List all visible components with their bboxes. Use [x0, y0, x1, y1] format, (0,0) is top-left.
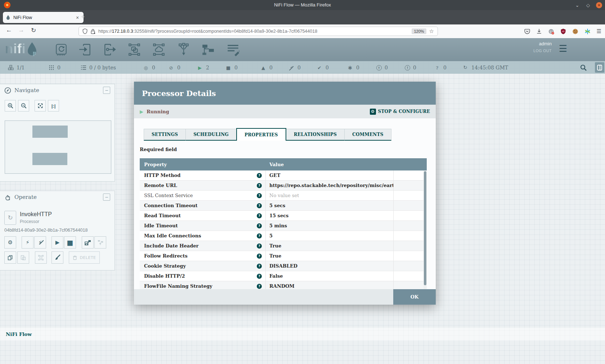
column-header-value: Value: [266, 162, 394, 167]
logout-link[interactable]: LOG OUT: [508, 49, 552, 53]
back-icon[interactable]: ←: [4, 27, 14, 34]
ok-button[interactable]: OK: [393, 289, 436, 305]
table-row[interactable]: Cookie Strategy?DISABLED: [140, 261, 427, 271]
help-icon[interactable]: ?: [257, 274, 262, 279]
zoom-in-button[interactable]: [5, 100, 16, 112]
tab-close-icon[interactable]: ×: [74, 15, 81, 21]
enable-button[interactable]: ⚡: [22, 236, 33, 249]
save-template-button[interactable]: [82, 236, 94, 249]
table-row[interactable]: HTTP Method?GET: [140, 170, 427, 181]
sync-failure-icon: ?: [434, 65, 440, 70]
refresh-icon[interactable]: ↻: [462, 65, 469, 70]
table-row[interactable]: Connection Timeout?5 secs: [140, 201, 427, 211]
help-icon[interactable]: ?: [257, 254, 262, 259]
configure-button[interactable]: ⚙: [4, 236, 16, 249]
extension-cookie-icon[interactable]: [572, 28, 578, 35]
help-icon[interactable]: ?: [257, 203, 262, 208]
pocket-icon[interactable]: [524, 28, 530, 34]
download-icon[interactable]: [536, 28, 542, 34]
zoom-fit-button[interactable]: [35, 100, 46, 112]
tab-scheduling[interactable]: SCHEDULING: [185, 129, 237, 141]
table-row[interactable]: SSL Context Service?No value set: [140, 191, 427, 201]
help-icon[interactable]: ?: [257, 233, 262, 238]
window-minimize-icon[interactable]: ⌄: [574, 3, 580, 8]
extension-ublock-icon[interactable]: uO: [560, 28, 566, 34]
start-button[interactable]: ▶: [51, 236, 63, 249]
add-template-icon[interactable]: [201, 43, 215, 56]
help-icon[interactable]: ?: [257, 213, 262, 218]
zoom-out-button[interactable]: [18, 100, 29, 112]
status-count: 2: [206, 65, 209, 70]
menu-hamburger-icon[interactable]: ☰: [597, 28, 601, 35]
add-label-icon[interactable]: [226, 43, 240, 56]
stop-button[interactable]: ■: [64, 236, 76, 249]
table-row[interactable]: Include Date Header?True: [140, 241, 427, 251]
property-name: SSL Context Service: [144, 193, 193, 198]
scrollbar-thumb[interactable]: [424, 171, 426, 285]
table-row[interactable]: Remote URL?https://repo.stackable.tech/r…: [140, 181, 427, 191]
copy-button[interactable]: [4, 251, 16, 264]
stop-and-configure-button[interactable]: ⚙ STOP & CONFIGURE: [370, 109, 430, 115]
extension-colorful-icon[interactable]: [584, 28, 591, 35]
column-header-property: Property: [140, 162, 266, 167]
color-button[interactable]: [51, 251, 63, 264]
zoom-actual-size-button[interactable]: |:|: [48, 100, 59, 112]
browser-tab[interactable]: NiFi Flow ×: [3, 12, 84, 23]
table-row[interactable]: Max Idle Connections?5: [140, 231, 427, 241]
table-row[interactable]: Idle Timeout?5 mins: [140, 221, 427, 231]
help-icon[interactable]: ?: [257, 284, 262, 289]
username: admin: [508, 41, 552, 46]
help-icon[interactable]: ?: [257, 173, 262, 178]
url-text[interactable]: https://172.18.0.3:32558/nifi/?processGr…: [98, 29, 412, 34]
help-icon[interactable]: ?: [257, 223, 262, 228]
nifi-canvas[interactable]: nifi admin LOG OUT ☰ 1/100 / 0 bytes◎0⊘0…: [0, 38, 605, 364]
shield-icon[interactable]: [82, 28, 88, 34]
status-not-transmitting: ⊘0: [168, 61, 180, 74]
lock-icon[interactable]: [90, 29, 95, 34]
add-processor-icon[interactable]: [54, 43, 68, 56]
tab-properties[interactable]: PROPERTIES: [236, 128, 286, 141]
extension-mask-icon[interactable]: [548, 28, 554, 35]
user-menu[interactable]: admin LOG OUT: [508, 41, 552, 53]
disable-button[interactable]: ⚡: [34, 236, 46, 249]
status-count: 0: [57, 65, 60, 70]
search-icon[interactable]: [580, 64, 587, 71]
new-tab-button[interactable]: +: [81, 13, 85, 21]
table-row[interactable]: FlowFile Naming Strategy?RANDOM: [140, 281, 427, 289]
window-close-icon[interactable]: ✕: [596, 2, 602, 8]
help-icon[interactable]: ?: [257, 183, 262, 188]
help-icon[interactable]: ?: [257, 244, 262, 249]
add-output-port-icon[interactable]: [103, 43, 117, 56]
add-remote-process-group-icon[interactable]: [152, 43, 166, 56]
collapse-navigate-icon[interactable]: −: [103, 87, 110, 94]
add-process-group-icon[interactable]: [127, 43, 141, 56]
table-scrollbar[interactable]: [424, 170, 427, 289]
property-value: 15 secs: [269, 213, 288, 218]
global-menu-icon[interactable]: ☰: [559, 43, 567, 54]
tab-settings[interactable]: SETTINGS: [144, 129, 186, 141]
table-row[interactable]: Read Timeout?15 secs: [140, 211, 427, 221]
collapse-operate-icon[interactable]: −: [103, 194, 110, 201]
reload-icon[interactable]: ↻: [29, 27, 38, 34]
birdseye-toggle-button[interactable]: [595, 62, 604, 73]
url-bar[interactable]: https://172.18.0.3:32558/nifi/?processGr…: [79, 27, 438, 36]
window-maximize-icon[interactable]: ◇: [585, 3, 591, 8]
breadcrumb-root[interactable]: NiFi Flow: [6, 331, 32, 337]
help-icon[interactable]: ?: [257, 193, 262, 198]
navigate-panel: Navigate − |:|: [0, 84, 115, 182]
table-row[interactable]: Disable HTTP/2?False: [140, 271, 427, 281]
add-funnel-icon[interactable]: [177, 43, 191, 56]
tab-relationships[interactable]: RELATIONSHIPS: [286, 129, 345, 141]
delete-label: DELETE: [80, 255, 96, 260]
table-row[interactable]: Follow Redirects?True: [140, 251, 427, 261]
invalid-icon: ▲: [260, 65, 266, 70]
tab-comments[interactable]: COMMENTS: [344, 129, 391, 141]
nifi-toolbar: nifi admin LOG OUT ☰: [0, 38, 605, 61]
birdseye-minimap[interactable]: [5, 120, 111, 174]
help-icon[interactable]: ?: [257, 264, 262, 269]
status-transmitting: ◎0: [143, 61, 155, 74]
navigate-title: Navigate: [14, 87, 39, 94]
zoom-level-badge[interactable]: 120%: [412, 28, 426, 34]
bookmark-star-icon[interactable]: ☆: [429, 28, 434, 35]
add-input-port-icon[interactable]: [79, 43, 92, 56]
